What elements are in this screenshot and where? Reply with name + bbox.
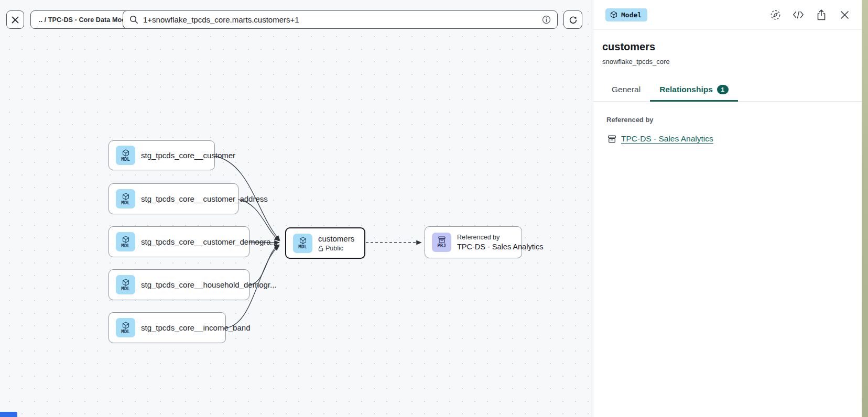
view-code-button[interactable] [793, 9, 804, 20]
archive-icon [607, 135, 616, 143]
node-label: stg_tpcds_core__income_band [141, 323, 250, 332]
chip-label: MDL [121, 286, 129, 291]
edge-household-demographics [249, 245, 279, 285]
refresh-button[interactable] [563, 10, 582, 29]
model-chip: MDL [116, 146, 135, 165]
panel-header: Model [593, 0, 862, 30]
code-icon [793, 10, 804, 19]
referenced-project-link[interactable]: TPC-DS - Sales Analytics [621, 134, 713, 144]
node-stg-tpcds-core-income-band[interactable]: MDL stg_tpcds_core__income_band [108, 312, 226, 343]
close-panel-button[interactable] [839, 9, 850, 20]
node-label: stg_tpcds_core__customer [141, 151, 235, 160]
chip-label: MDL [121, 329, 129, 334]
share-button[interactable] [816, 9, 827, 20]
node-stg-tpcds-core-household-demographics[interactable]: MDL stg_tpcds_core__household_demogr... [108, 269, 249, 300]
close-icon [12, 16, 19, 24]
cube-icon [299, 237, 307, 244]
chip-label: MDL [121, 157, 129, 162]
visibility-label: Public [326, 245, 343, 252]
model-chip: MDL [116, 275, 135, 294]
chip-label: MDL [121, 243, 129, 248]
chip-label: PRJ [437, 243, 446, 248]
breadcrumb-label: .. / TPC-DS - Core Data Models [39, 16, 135, 24]
referenced-by-heading: Referenced by [606, 116, 862, 124]
node-label: stg_tpcds_core__customer_demogra... [141, 237, 277, 246]
lineage-edges [0, 0, 593, 417]
referenced-project-row[interactable]: TPC-DS - Sales Analytics [607, 134, 862, 144]
panel-tabs: General Relationships 1 [593, 80, 862, 102]
search-icon [129, 15, 138, 24]
cube-icon [122, 322, 129, 329]
relationships-count-badge: 1 [717, 85, 729, 94]
archive-icon [438, 236, 446, 243]
model-chip: MDL [116, 189, 135, 208]
canvas-control-fragment [0, 412, 17, 417]
chip-label: MDL [298, 244, 307, 249]
page-title: customers [602, 41, 862, 53]
model-type-label: Model [621, 11, 642, 19]
node-label: stg_tpcds_core__customer_address [141, 194, 268, 203]
model-chip: MDL [116, 318, 135, 337]
node-stg-tpcds-core-customer-demographics[interactable]: MDL stg_tpcds_core__customer_demogra... [108, 226, 249, 257]
model-type-badge: Model [605, 8, 647, 21]
model-chip: MDL [116, 232, 135, 251]
node-sublabel: Referenced by [457, 234, 543, 241]
node-label: stg_tpcds_core__household_demogr... [141, 280, 277, 289]
unlock-icon [318, 246, 323, 251]
tab-relationships[interactable]: Relationships 1 [650, 80, 738, 101]
close-lineage-button[interactable] [6, 10, 24, 29]
node-label: TPC-DS - Sales Analytics [457, 243, 543, 251]
node-stg-tpcds-core-customer[interactable]: MDL stg_tpcds_core__customer [108, 140, 215, 170]
cube-icon [122, 149, 129, 157]
model-chip: MDL [293, 234, 312, 253]
tab-label: Relationships [659, 85, 713, 94]
refresh-icon [569, 15, 578, 24]
close-icon [840, 10, 849, 19]
compass-icon [770, 9, 781, 20]
tab-label: General [612, 85, 641, 94]
node-referenced-by-project[interactable]: PRJ Referenced by TPC-DS - Sales Analyti… [425, 226, 522, 258]
lineage-search[interactable] [123, 10, 558, 29]
info-icon[interactable] [542, 15, 551, 24]
node-customers-selected[interactable]: MDL customers Public [285, 227, 365, 259]
node-label: customers [318, 234, 354, 243]
cube-icon [610, 11, 617, 18]
share-icon [817, 9, 826, 20]
project-chip: PRJ [432, 233, 451, 252]
search-input[interactable] [143, 15, 537, 24]
cube-icon [122, 193, 129, 200]
model-details-panel: Model customers snowflake_tpcds_core Gen… [593, 0, 862, 417]
desktop-wallpaper-edge [862, 0, 868, 417]
schema-name: snowflake_tpcds_core [602, 58, 862, 65]
cube-icon [122, 279, 129, 286]
lineage-canvas[interactable]: .. / TPC-DS - Core Data Models MDL stg_t… [0, 0, 593, 417]
tab-general[interactable]: General [602, 80, 650, 101]
node-stg-tpcds-core-customer-address[interactable]: MDL stg_tpcds_core__customer_address [108, 183, 238, 214]
chip-label: MDL [121, 200, 129, 205]
explore-lineage-button[interactable] [769, 9, 781, 20]
cube-icon [122, 236, 129, 243]
